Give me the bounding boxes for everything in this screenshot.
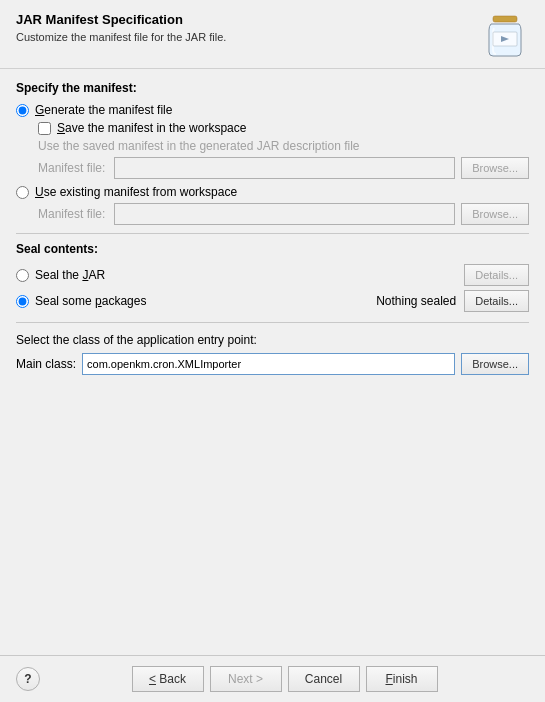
help-button[interactable]: ? xyxy=(16,667,40,691)
generate-manifest-option[interactable]: Generate the manifest file xyxy=(16,103,529,117)
cancel-button[interactable]: Cancel xyxy=(288,666,360,692)
seal-jar-radio[interactable] xyxy=(16,269,29,282)
finish-button[interactable]: Finish xyxy=(366,666,438,692)
seal-jar-details-button[interactable]: Details... xyxy=(464,264,529,286)
manifest-file-label-1: Manifest file: xyxy=(38,161,114,175)
entry-point-section: Select the class of the application entr… xyxy=(16,333,529,375)
main-class-row: Main class: Browse... xyxy=(16,353,529,375)
seal-jar-row: Seal the JAR Details... xyxy=(16,264,529,286)
manifest-file-input-2[interactable] xyxy=(114,203,455,225)
header-text: JAR Manifest Specification Customize the… xyxy=(16,12,226,43)
seal-packages-row: Seal some packages Nothing sealed Detail… xyxy=(16,290,529,312)
specify-manifest-section: Specify the manifest: Generate the manif… xyxy=(16,81,529,225)
manifest-file-row-2: Manifest file: Browse... xyxy=(38,203,529,225)
seal-contents-label: Seal contents: xyxy=(16,242,529,256)
nothing-sealed-text: Nothing sealed xyxy=(376,294,456,308)
seal-packages-label: Seal some packages xyxy=(35,294,376,308)
manifest-file-row-1: Manifest file: Browse... xyxy=(38,157,529,179)
main-class-browse-button[interactable]: Browse... xyxy=(461,353,529,375)
dialog-title: JAR Manifest Specification xyxy=(16,12,226,27)
save-manifest-row: Save the manifest in the workspace xyxy=(38,121,529,135)
section-divider-2 xyxy=(16,322,529,323)
jar-manifest-dialog: JAR Manifest Specification Customize the… xyxy=(0,0,545,702)
use-saved-manifest-text: Use the saved manifest in the generated … xyxy=(38,139,529,153)
jar-icon xyxy=(481,12,529,60)
dialog-footer: ? < Back Next > Cancel Finish xyxy=(0,655,545,702)
seal-jar-label: Seal the JAR xyxy=(35,268,464,282)
specify-manifest-label: Specify the manifest: xyxy=(16,81,529,95)
existing-manifest-option[interactable]: Use existing manifest from workspace xyxy=(16,185,529,199)
generate-manifest-radio[interactable] xyxy=(16,104,29,117)
manifest-file-label-2: Manifest file: xyxy=(38,207,114,221)
svg-rect-0 xyxy=(493,16,517,22)
main-class-input[interactable] xyxy=(82,353,455,375)
section-divider-1 xyxy=(16,233,529,234)
next-button[interactable]: Next > xyxy=(210,666,282,692)
seal-contents-section: Seal contents: Seal the JAR Details... S… xyxy=(16,242,529,312)
existing-manifest-indent: Manifest file: Browse... xyxy=(38,203,529,225)
save-manifest-label: Save the manifest in the workspace xyxy=(57,121,246,135)
seal-packages-details-button[interactable]: Details... xyxy=(464,290,529,312)
existing-manifest-radio[interactable] xyxy=(16,186,29,199)
main-class-label: Main class: xyxy=(16,357,76,371)
dialog-subtitle: Customize the manifest file for the JAR … xyxy=(16,31,226,43)
browse-button-1[interactable]: Browse... xyxy=(461,157,529,179)
manifest-file-input-1[interactable] xyxy=(114,157,455,179)
back-button[interactable]: < Back xyxy=(132,666,204,692)
entry-point-label: Select the class of the application entr… xyxy=(16,333,529,347)
footer-button-group: < Back Next > Cancel Finish xyxy=(40,666,529,692)
existing-manifest-label: Use existing manifest from workspace xyxy=(35,185,237,199)
dialog-content: Specify the manifest: Generate the manif… xyxy=(0,69,545,655)
generate-manifest-indent: Save the manifest in the workspace Use t… xyxy=(38,121,529,179)
browse-button-2[interactable]: Browse... xyxy=(461,203,529,225)
dialog-header: JAR Manifest Specification Customize the… xyxy=(0,0,545,69)
generate-manifest-label: Generate the manifest file xyxy=(35,103,172,117)
save-manifest-checkbox[interactable] xyxy=(38,122,51,135)
seal-packages-radio[interactable] xyxy=(16,295,29,308)
